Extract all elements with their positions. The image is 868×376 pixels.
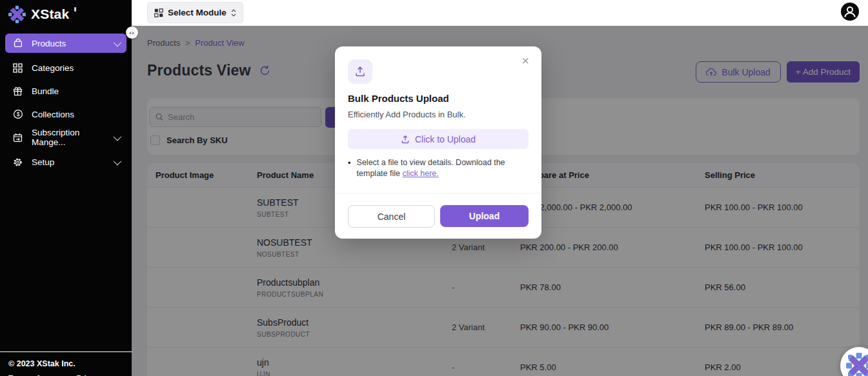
svg-text:$: $	[16, 111, 19, 117]
modal-subtitle: Efficiently Add Products in Bulk.	[348, 110, 466, 119]
click-to-upload-label: Click to Upload	[415, 134, 476, 144]
sidebar-item-products[interactable]: Products	[5, 34, 126, 53]
upload-icon	[401, 135, 410, 144]
xstak-flower-icon	[846, 353, 868, 376]
sidebar-collapse-toggle[interactable]: ‹›	[126, 26, 138, 39]
close-icon[interactable]: ×	[519, 52, 532, 70]
calendar-icon	[12, 132, 23, 143]
grid-icon	[12, 63, 23, 74]
sidebar-item-label: Categories	[32, 63, 119, 73]
person-icon	[841, 3, 859, 21]
sidebar: XStak Products Categories	[0, 0, 132, 376]
sidebar-item-setup[interactable]: Setup	[5, 152, 126, 172]
main-content: Products > Product View Products View Bu…	[132, 26, 868, 376]
bag-icon	[12, 38, 23, 49]
sidebar-nav: Products Categories Bundle	[0, 34, 132, 172]
cancel-button[interactable]: Cancel	[348, 205, 435, 228]
user-avatar[interactable]	[841, 3, 859, 21]
chevron-down-icon	[114, 38, 122, 46]
modules-grid-icon	[154, 8, 163, 17]
bulk-upload-modal: × Bulk Products Upload Efficiently Add P…	[335, 46, 541, 239]
xstak-flower-icon	[8, 6, 26, 23]
topbar: Select Module	[132, 0, 868, 26]
sidebar-item-label: Setup	[32, 157, 105, 167]
xstak-logo: XStak	[0, 0, 132, 23]
modal-divider	[335, 193, 541, 193]
bullet-icon: •	[348, 157, 351, 179]
sidebar-footer: © 2023 XStak Inc. Terms of Service Priva…	[0, 351, 132, 376]
brand-trademark-tick	[74, 7, 76, 12]
sidebar-item-bundle[interactable]: Bundle	[5, 81, 126, 101]
sidebar-item-label: Bundle	[32, 86, 119, 96]
brand-name: XStak	[31, 6, 69, 23]
select-module-button[interactable]: Select Module	[147, 2, 243, 23]
click-to-upload-button[interactable]: Click to Upload	[348, 129, 529, 149]
sidebar-item-label: Products	[32, 39, 105, 48]
sidebar-item-subscription-management[interactable]: Subscription Mange...	[5, 128, 126, 147]
chevron-down-icon	[114, 132, 122, 141]
gear-icon	[12, 157, 23, 168]
collapse-arrows-icon: ‹›	[130, 30, 135, 36]
modal-title: Bulk Products Upload	[348, 93, 449, 104]
select-module-label: Select Module	[168, 8, 227, 17]
sidebar-item-categories[interactable]: Categories	[5, 58, 126, 77]
upload-icon	[354, 66, 366, 77]
gift-icon	[12, 86, 23, 97]
sidebar-item-label: Collections	[32, 110, 119, 119]
chevron-down-icon	[114, 157, 122, 165]
sidebar-item-collections[interactable]: $ Collections	[5, 104, 126, 124]
upload-button[interactable]: Upload	[440, 205, 529, 227]
copyright-text: © 2023 XStak Inc.	[8, 359, 123, 368]
dollar-coin-icon: $	[12, 109, 23, 120]
updown-selector-icon	[231, 9, 236, 17]
download-template-link[interactable]: click here.	[402, 169, 438, 178]
template-note: • Select a file to view details. Downloa…	[348, 157, 532, 179]
upload-icon-tile	[348, 59, 372, 84]
sidebar-item-label: Subscription Mange...	[32, 128, 105, 147]
